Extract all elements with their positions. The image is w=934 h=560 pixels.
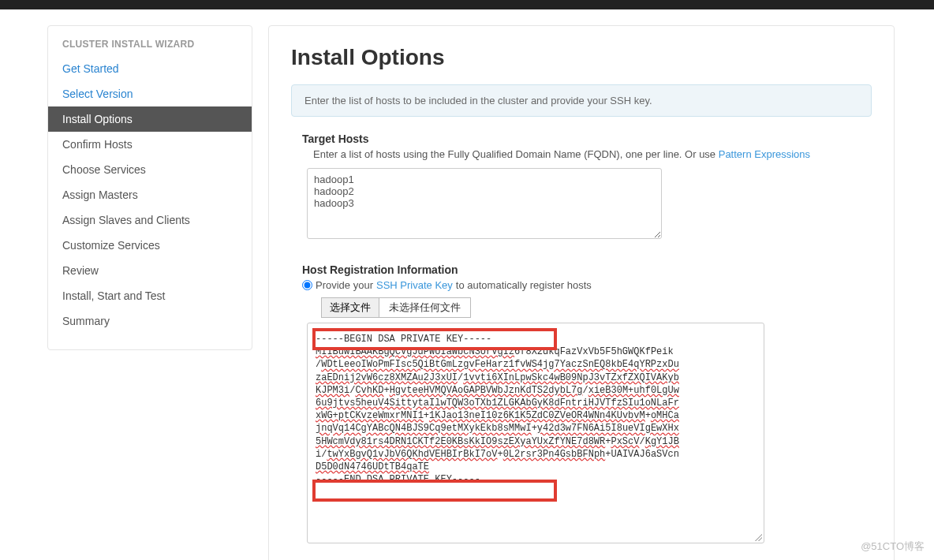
key-line: +UAIVAJ6aSVcn xyxy=(605,449,679,460)
sidebar: CLUSTER INSTALL WIZARD Get Started Selec… xyxy=(47,25,252,350)
target-hosts-textarea[interactable] xyxy=(307,168,662,239)
key-line: 6f8X2dkqFazVxVb5F5hGWQKfPeik xyxy=(514,346,674,357)
key-line: + xyxy=(532,423,537,434)
sidebar-item-assign-masters: Assign Masters xyxy=(48,182,252,207)
key-line: + xyxy=(424,410,429,421)
page-title: Install Options xyxy=(291,45,872,70)
target-hosts-desc-text: Enter a list of hosts using the Fully Qu… xyxy=(313,148,719,160)
sidebar-item-confirm-hosts: Confirm Hosts xyxy=(48,132,252,157)
sidebar-item-customize-services: Customize Services xyxy=(48,233,252,258)
key-line: D5D0dN4746UDtTB4qaTE xyxy=(316,461,429,472)
sidebar-title: CLUSTER INSTALL WIZARD xyxy=(48,26,252,56)
key-line: oMHCa xyxy=(651,410,679,421)
sidebar-item-review: Review xyxy=(48,258,252,283)
watermark: @51CTO博客 xyxy=(861,539,925,554)
key-line: KgY1JB xyxy=(645,436,679,447)
main-panel: Install Options Enter the list of hosts … xyxy=(268,25,895,560)
key-line: + xyxy=(383,385,389,396)
key-line: 5HWcmVdy81rs4DRN1CKTf2E0KBsKkIO9szEXyaYU… xyxy=(316,436,605,447)
key-line: twYxBgvQ1vJbV6QKhdVEHBIrBkI7oV xyxy=(327,449,497,460)
key-line: KJPM3i xyxy=(316,385,349,396)
sidebar-item-summary: Summary xyxy=(48,308,252,334)
key-line: WDtLeeoIWoPmFIsc5QiBtGmLzgvFeHarz1fvWS4j… xyxy=(321,359,679,370)
key-line: xWG+ xyxy=(316,410,338,421)
ssh-key-radio-suffix: to automatically register hosts xyxy=(456,279,592,291)
sidebar-item-assign-slaves: Assign Slaves and Clients xyxy=(48,207,252,233)
key-line: + xyxy=(645,410,651,421)
ssh-private-key-link[interactable]: SSH Private Key xyxy=(376,279,453,291)
choose-file-button[interactable]: 选择文件 xyxy=(322,298,379,317)
key-line: HgvteeHVMQVAoGAPBVWbJznKdTS2dybL7g xyxy=(390,385,583,396)
key-begin-line: -----BEGIN DSA PRIVATE KEY----- xyxy=(316,334,491,345)
sidebar-item-choose-services: Choose Services xyxy=(48,157,252,182)
key-line: jnqVq14CgYABcQN4BJS9Cq9etMXykEkb8sMMwI xyxy=(316,423,532,434)
sidebar-item-select-version[interactable]: Select Version xyxy=(48,81,252,106)
file-status-label: 未选择任何文件 xyxy=(379,298,470,317)
key-line: xieB30M+uhf0LgUw xyxy=(588,385,679,396)
key-line: + xyxy=(497,449,502,460)
key-line: CvhKD xyxy=(355,385,383,396)
container: CLUSTER INSTALL WIZARD Get Started Selec… xyxy=(0,9,934,560)
target-hosts-label: Target Hosts xyxy=(291,133,872,145)
sidebar-item-install-start-test: Install, Start and Test xyxy=(48,283,252,308)
ssh-key-radio-prefix: Provide your xyxy=(316,279,373,291)
key-line: 6u9jtvs5heuV4SittytaIlwTQW3oTXb1ZLGKAbGy… xyxy=(316,398,679,409)
key-line: 0L2rsr3Pn4GsbBFNph xyxy=(503,449,606,460)
key-line: i/ xyxy=(316,449,327,460)
ssh-key-radio-row: Provide your SSH Private Key to automati… xyxy=(291,279,872,291)
resize-handle-icon[interactable] xyxy=(754,533,762,541)
top-bar xyxy=(0,0,934,9)
ssh-key-radio[interactable] xyxy=(302,280,312,290)
key-line: ptCKvzeWmxrMNI1 xyxy=(338,410,424,421)
file-chooser: 选择文件 未选择任何文件 xyxy=(321,297,471,318)
key-line: y42d3w7FN6Ai5I8ueVIgEwXHx xyxy=(537,423,679,434)
key-line: 1vvti6XInLpwSkc4wB09NpJ3vTZxfZXQIVAKyb xyxy=(463,372,679,383)
ssh-key-textarea[interactable]: -----BEGIN DSA PRIVATE KEY----- MIIBuwIB… xyxy=(307,323,764,543)
key-line: zaEDnij2vW6cz8XMZAu2J3xUI xyxy=(316,372,458,383)
pattern-expressions-link[interactable]: Pattern Expressions xyxy=(719,148,810,160)
info-box: Enter the list of hosts to be included i… xyxy=(291,84,872,117)
key-line: / xyxy=(582,385,588,396)
key-end-line: -----END DSA PRIVATE KEY----- xyxy=(316,474,480,485)
ssh-key-content: -----BEGIN DSA PRIVATE KEY----- MIIBuwIB… xyxy=(316,333,756,486)
host-reg-label: Host Registration Information xyxy=(291,263,872,276)
sidebar-item-install-options[interactable]: Install Options xyxy=(48,106,252,132)
target-hosts-desc: Enter a list of hosts using the Fully Qu… xyxy=(291,148,872,160)
key-line: PxScV xyxy=(611,436,639,447)
key-line: / xyxy=(639,436,644,447)
key-line: 1KJao13neI10z6K1K5ZdC0ZVeOR4WNn4KUvbvM xyxy=(429,410,645,421)
sidebar-item-get-started[interactable]: Get Started xyxy=(48,56,252,81)
key-line: MIIBuwIBAAKBgQCVgJdPWUIaWbcN3UrVgIz xyxy=(316,346,514,357)
